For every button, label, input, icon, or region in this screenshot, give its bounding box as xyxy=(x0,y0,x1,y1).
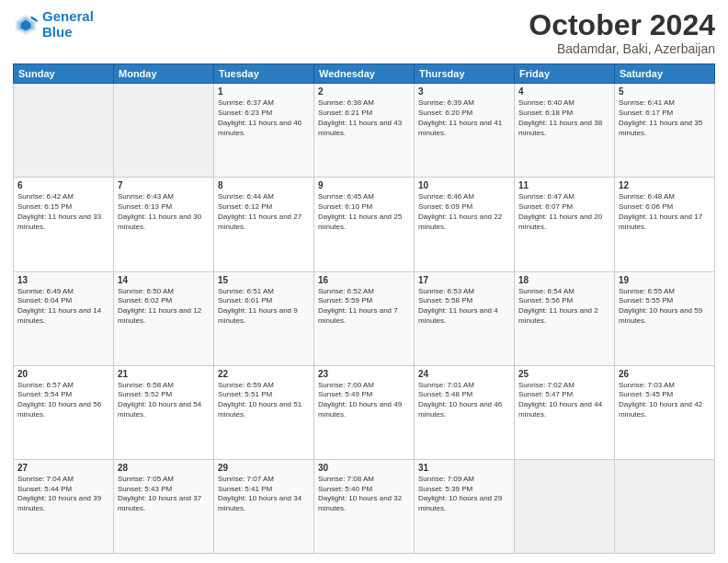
day-info: Sunrise: 7:01 AMSunset: 5:48 PMDaylight:… xyxy=(418,381,510,420)
day-number: 17 xyxy=(418,275,510,285)
calendar-day: 6 Sunrise: 6:42 AMSunset: 6:15 PMDayligh… xyxy=(14,178,114,271)
header-row: Sunday Monday Tuesday Wednesday Thursday… xyxy=(14,64,715,84)
day-info: Sunrise: 6:45 AMSunset: 6:10 PMDaylight:… xyxy=(318,192,410,232)
page: General Blue October 2024 Badamdar, Baki… xyxy=(0,0,728,563)
day-info: Sunrise: 6:44 AMSunset: 6:12 PMDaylight:… xyxy=(218,192,310,232)
day-number: 14 xyxy=(118,275,210,285)
day-info: Sunrise: 6:50 AMSunset: 6:02 PMDaylight:… xyxy=(118,287,210,327)
day-info: Sunrise: 6:40 AMSunset: 6:18 PMDaylight:… xyxy=(518,98,610,138)
day-number: 24 xyxy=(418,369,510,379)
logo-blue: Blue xyxy=(42,24,73,40)
day-info: Sunrise: 6:52 AMSunset: 5:59 PMDaylight:… xyxy=(318,287,410,327)
calendar-day: 30 Sunrise: 7:08 AMSunset: 5:40 PMDaylig… xyxy=(314,459,415,553)
day-number: 23 xyxy=(318,369,410,379)
calendar-day: 15 Sunrise: 6:51 AMSunset: 6:01 PMDaylig… xyxy=(214,271,314,365)
calendar-day: 20 Sunrise: 6:57 AMSunset: 5:54 PMDaylig… xyxy=(14,365,114,459)
day-number: 9 xyxy=(318,180,410,190)
calendar-day: 9 Sunrise: 6:45 AMSunset: 6:10 PMDayligh… xyxy=(314,178,415,271)
day-info: Sunrise: 7:03 AMSunset: 5:45 PMDaylight:… xyxy=(619,381,711,420)
day-info: Sunrise: 6:55 AMSunset: 5:55 PMDaylight:… xyxy=(619,287,711,327)
day-number: 26 xyxy=(619,369,711,379)
header-friday: Friday xyxy=(515,64,615,84)
day-info: Sunrise: 7:09 AMSunset: 5:39 PMDaylight:… xyxy=(418,475,510,514)
calendar-day: 27 Sunrise: 7:04 AMSunset: 5:44 PMDaylig… xyxy=(14,459,114,553)
day-number: 2 xyxy=(318,86,410,97)
calendar-day: 18 Sunrise: 6:54 AMSunset: 5:56 PMDaylig… xyxy=(515,271,615,365)
day-info: Sunrise: 6:39 AMSunset: 6:20 PMDaylight:… xyxy=(418,98,510,138)
day-info: Sunrise: 7:02 AMSunset: 5:47 PMDaylight:… xyxy=(518,381,610,420)
day-info: Sunrise: 6:46 AMSunset: 6:09 PMDaylight:… xyxy=(418,192,510,232)
header-tuesday: Tuesday xyxy=(214,64,314,84)
day-number: 29 xyxy=(218,463,310,473)
day-info: Sunrise: 6:51 AMSunset: 6:01 PMDaylight:… xyxy=(218,287,310,327)
day-number: 3 xyxy=(418,86,510,97)
calendar-day xyxy=(515,459,615,553)
day-number: 7 xyxy=(118,180,210,190)
day-number: 13 xyxy=(17,275,109,285)
calendar-day: 16 Sunrise: 6:52 AMSunset: 5:59 PMDaylig… xyxy=(314,271,415,365)
day-info: Sunrise: 6:48 AMSunset: 6:06 PMDaylight:… xyxy=(619,192,711,232)
day-number: 20 xyxy=(17,369,109,379)
calendar-day: 29 Sunrise: 7:07 AMSunset: 5:41 PMDaylig… xyxy=(214,459,314,553)
title-block: October 2024 Badamdar, Baki, Azerbaijan xyxy=(529,9,715,56)
day-number: 8 xyxy=(218,180,310,190)
calendar-day: 2 Sunrise: 6:38 AMSunset: 6:21 PMDayligh… xyxy=(314,84,415,178)
day-info: Sunrise: 7:04 AMSunset: 5:44 PMDaylight:… xyxy=(17,475,109,514)
day-info: Sunrise: 6:54 AMSunset: 5:56 PMDaylight:… xyxy=(518,287,610,327)
day-info: Sunrise: 7:00 AMSunset: 5:49 PMDaylight:… xyxy=(318,381,410,420)
calendar-week-0: 1 Sunrise: 6:37 AMSunset: 6:23 PMDayligh… xyxy=(14,84,715,178)
logo-text: General Blue xyxy=(42,9,94,40)
calendar-day: 31 Sunrise: 7:09 AMSunset: 5:39 PMDaylig… xyxy=(415,459,515,553)
day-number: 12 xyxy=(619,180,711,190)
day-info: Sunrise: 7:07 AMSunset: 5:41 PMDaylight:… xyxy=(218,475,310,514)
day-info: Sunrise: 6:58 AMSunset: 5:52 PMDaylight:… xyxy=(118,381,210,420)
day-info: Sunrise: 6:38 AMSunset: 6:21 PMDaylight:… xyxy=(318,98,410,138)
day-number: 10 xyxy=(418,180,510,190)
calendar-week-4: 27 Sunrise: 7:04 AMSunset: 5:44 PMDaylig… xyxy=(14,459,715,553)
day-info: Sunrise: 6:41 AMSunset: 6:17 PMDaylight:… xyxy=(619,98,711,138)
calendar-day: 26 Sunrise: 7:03 AMSunset: 5:45 PMDaylig… xyxy=(615,365,715,459)
calendar-day: 21 Sunrise: 6:58 AMSunset: 5:52 PMDaylig… xyxy=(114,365,214,459)
calendar-day: 17 Sunrise: 6:53 AMSunset: 5:58 PMDaylig… xyxy=(415,271,515,365)
calendar-week-3: 20 Sunrise: 6:57 AMSunset: 5:54 PMDaylig… xyxy=(14,365,715,459)
header-thursday: Thursday xyxy=(415,64,515,84)
calendar-day: 3 Sunrise: 6:39 AMSunset: 6:20 PMDayligh… xyxy=(415,84,515,178)
day-number: 11 xyxy=(518,180,610,190)
day-info: Sunrise: 7:08 AMSunset: 5:40 PMDaylight:… xyxy=(318,475,410,514)
header-saturday: Saturday xyxy=(615,64,715,84)
day-info: Sunrise: 6:59 AMSunset: 5:51 PMDaylight:… xyxy=(218,381,310,420)
day-number: 6 xyxy=(17,180,109,190)
logo: General Blue xyxy=(13,9,94,40)
calendar-day: 22 Sunrise: 6:59 AMSunset: 5:51 PMDaylig… xyxy=(214,365,314,459)
calendar-day: 13 Sunrise: 6:49 AMSunset: 6:04 PMDaylig… xyxy=(14,271,114,365)
calendar-day: 12 Sunrise: 6:48 AMSunset: 6:06 PMDaylig… xyxy=(615,178,715,271)
day-number: 27 xyxy=(17,463,109,473)
day-number: 31 xyxy=(418,463,510,473)
day-number: 4 xyxy=(518,86,610,97)
day-info: Sunrise: 6:47 AMSunset: 6:07 PMDaylight:… xyxy=(518,192,610,232)
calendar-day: 24 Sunrise: 7:01 AMSunset: 5:48 PMDaylig… xyxy=(415,365,515,459)
header-monday: Monday xyxy=(114,64,214,84)
location-title: Badamdar, Baki, Azerbaijan xyxy=(529,41,715,56)
day-number: 18 xyxy=(518,275,610,285)
calendar-day: 11 Sunrise: 6:47 AMSunset: 6:07 PMDaylig… xyxy=(515,178,615,271)
calendar-day: 14 Sunrise: 6:50 AMSunset: 6:02 PMDaylig… xyxy=(114,271,214,365)
day-number: 28 xyxy=(118,463,210,473)
day-info: Sunrise: 6:53 AMSunset: 5:58 PMDaylight:… xyxy=(418,287,510,327)
day-info: Sunrise: 6:49 AMSunset: 6:04 PMDaylight:… xyxy=(17,287,109,327)
day-number: 5 xyxy=(619,86,711,97)
calendar-day: 8 Sunrise: 6:44 AMSunset: 6:12 PMDayligh… xyxy=(214,178,314,271)
calendar-day: 23 Sunrise: 7:00 AMSunset: 5:49 PMDaylig… xyxy=(314,365,415,459)
header-wednesday: Wednesday xyxy=(314,64,415,84)
calendar-day: 28 Sunrise: 7:05 AMSunset: 5:43 PMDaylig… xyxy=(114,459,214,553)
calendar-day: 10 Sunrise: 6:46 AMSunset: 6:09 PMDaylig… xyxy=(415,178,515,271)
calendar-day xyxy=(615,459,715,553)
day-info: Sunrise: 6:43 AMSunset: 6:13 PMDaylight:… xyxy=(118,192,210,232)
logo-icon xyxy=(13,12,39,38)
day-number: 25 xyxy=(518,369,610,379)
day-number: 30 xyxy=(318,463,410,473)
calendar-week-2: 13 Sunrise: 6:49 AMSunset: 6:04 PMDaylig… xyxy=(14,271,715,365)
day-number: 22 xyxy=(218,369,310,379)
day-number: 1 xyxy=(218,86,310,97)
day-info: Sunrise: 6:37 AMSunset: 6:23 PMDaylight:… xyxy=(218,98,310,138)
